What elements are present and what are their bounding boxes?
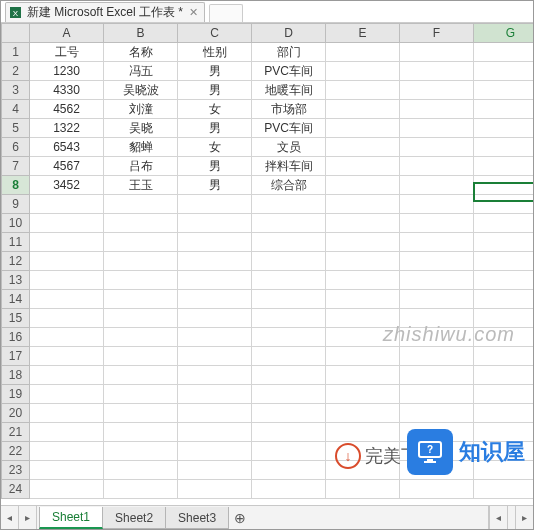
cell-F6[interactable] [400, 138, 474, 157]
close-icon[interactable]: ✕ [189, 6, 198, 19]
cell-D2[interactable]: PVC车间 [252, 62, 326, 81]
cell-E14[interactable] [326, 290, 400, 309]
cell-G20[interactable] [474, 404, 534, 423]
scroll-left-icon[interactable]: ◂ [489, 506, 507, 529]
col-header-A[interactable]: A [30, 24, 104, 43]
cell-C24[interactable] [178, 480, 252, 499]
row-header-18[interactable]: 18 [2, 366, 30, 385]
cell-D7[interactable]: 拌料车间 [252, 157, 326, 176]
cell-E17[interactable] [326, 347, 400, 366]
cell-B17[interactable] [104, 347, 178, 366]
cell-G24[interactable] [474, 480, 534, 499]
cell-F20[interactable] [400, 404, 474, 423]
cell-G8[interactable] [474, 176, 534, 195]
cell-F21[interactable] [400, 423, 474, 442]
row-header-19[interactable]: 19 [2, 385, 30, 404]
cell-A11[interactable] [30, 233, 104, 252]
cell-C16[interactable] [178, 328, 252, 347]
cell-G1[interactable] [474, 43, 534, 62]
cell-B7[interactable]: 吕布 [104, 157, 178, 176]
cell-B1[interactable]: 名称 [104, 43, 178, 62]
cell-G11[interactable] [474, 233, 534, 252]
row-header-17[interactable]: 17 [2, 347, 30, 366]
cell-G7[interactable] [474, 157, 534, 176]
cell-G22[interactable] [474, 442, 534, 461]
row-header-11[interactable]: 11 [2, 233, 30, 252]
cell-F7[interactable] [400, 157, 474, 176]
cell-F2[interactable] [400, 62, 474, 81]
cell-E6[interactable] [326, 138, 400, 157]
row-header-20[interactable]: 20 [2, 404, 30, 423]
cell-E23[interactable] [326, 461, 400, 480]
cell-A10[interactable] [30, 214, 104, 233]
cell-G17[interactable] [474, 347, 534, 366]
row-header-8[interactable]: 8 [2, 176, 30, 195]
cell-C3[interactable]: 男 [178, 81, 252, 100]
cell-F23[interactable] [400, 461, 474, 480]
row-header-24[interactable]: 24 [2, 480, 30, 499]
cell-F24[interactable] [400, 480, 474, 499]
cell-D3[interactable]: 地暖车间 [252, 81, 326, 100]
cell-F4[interactable] [400, 100, 474, 119]
cell-G18[interactable] [474, 366, 534, 385]
cell-F18[interactable] [400, 366, 474, 385]
cell-D19[interactable] [252, 385, 326, 404]
cell-A16[interactable] [30, 328, 104, 347]
col-header-D[interactable]: D [252, 24, 326, 43]
cell-E15[interactable] [326, 309, 400, 328]
cell-C14[interactable] [178, 290, 252, 309]
cell-F11[interactable] [400, 233, 474, 252]
cell-C13[interactable] [178, 271, 252, 290]
cell-C1[interactable]: 性别 [178, 43, 252, 62]
cell-G3[interactable] [474, 81, 534, 100]
cell-E12[interactable] [326, 252, 400, 271]
cell-E21[interactable] [326, 423, 400, 442]
cell-G10[interactable] [474, 214, 534, 233]
sheet-nav-prev[interactable]: ▸ [19, 506, 37, 529]
cell-D4[interactable]: 市场部 [252, 100, 326, 119]
cell-C2[interactable]: 男 [178, 62, 252, 81]
cell-D6[interactable]: 文员 [252, 138, 326, 157]
cell-B16[interactable] [104, 328, 178, 347]
sheet-nav-first[interactable]: ◂ [1, 506, 19, 529]
cell-D14[interactable] [252, 290, 326, 309]
cell-A12[interactable] [30, 252, 104, 271]
cell-B12[interactable] [104, 252, 178, 271]
cell-B9[interactable] [104, 195, 178, 214]
cell-C4[interactable]: 女 [178, 100, 252, 119]
cell-G15[interactable] [474, 309, 534, 328]
cell-A1[interactable]: 工号 [30, 43, 104, 62]
cell-F19[interactable] [400, 385, 474, 404]
cell-A2[interactable]: 1230 [30, 62, 104, 81]
cell-F16[interactable] [400, 328, 474, 347]
cell-D23[interactable] [252, 461, 326, 480]
cell-B15[interactable] [104, 309, 178, 328]
cell-F5[interactable] [400, 119, 474, 138]
row-header-1[interactable]: 1 [2, 43, 30, 62]
cell-F1[interactable] [400, 43, 474, 62]
cell-G2[interactable] [474, 62, 534, 81]
cell-C11[interactable] [178, 233, 252, 252]
cell-E7[interactable] [326, 157, 400, 176]
cell-A9[interactable] [30, 195, 104, 214]
cell-B8[interactable]: 王玉 [104, 176, 178, 195]
col-header-E[interactable]: E [326, 24, 400, 43]
row-header-15[interactable]: 15 [2, 309, 30, 328]
cell-F15[interactable] [400, 309, 474, 328]
cell-C15[interactable] [178, 309, 252, 328]
cell-B3[interactable]: 吴晓波 [104, 81, 178, 100]
row-header-6[interactable]: 6 [2, 138, 30, 157]
cell-C7[interactable]: 男 [178, 157, 252, 176]
cell-C17[interactable] [178, 347, 252, 366]
sheet-tab-sheet2[interactable]: Sheet2 [102, 507, 166, 529]
cell-B4[interactable]: 刘潼 [104, 100, 178, 119]
cell-F3[interactable] [400, 81, 474, 100]
cell-E1[interactable] [326, 43, 400, 62]
cell-D12[interactable] [252, 252, 326, 271]
cell-G19[interactable] [474, 385, 534, 404]
row-header-5[interactable]: 5 [2, 119, 30, 138]
cell-C19[interactable] [178, 385, 252, 404]
cell-F17[interactable] [400, 347, 474, 366]
cell-C9[interactable] [178, 195, 252, 214]
cell-D10[interactable] [252, 214, 326, 233]
